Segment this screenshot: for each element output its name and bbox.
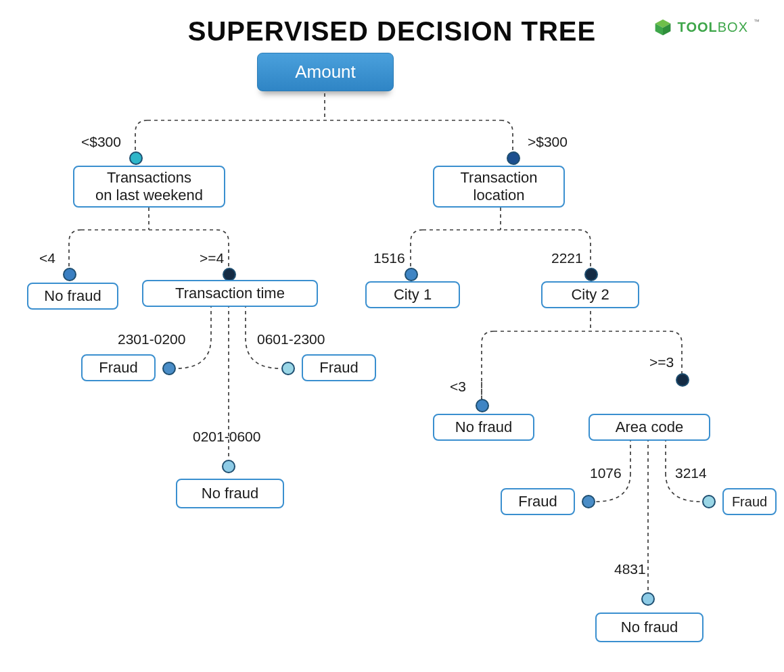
logo-text: TOOLBOX: [678, 20, 748, 35]
branch-dot: [582, 495, 595, 508]
node-fraud: Fraud: [302, 354, 376, 381]
branch-dot: [641, 592, 655, 606]
branch-dot: [129, 151, 143, 165]
logo-tm: ™: [754, 18, 760, 25]
edge-label: 4831: [614, 561, 646, 577]
edge-label: 1076: [590, 465, 622, 481]
branch-dot: [223, 268, 236, 281]
node-city1: City 1: [365, 281, 460, 308]
node-fraud: Fraud: [722, 488, 777, 515]
node-area-code: Area code: [589, 414, 710, 441]
node-no-fraud: No fraud: [595, 613, 704, 642]
branch-dot: [405, 268, 418, 281]
node-fraud: Fraud: [81, 354, 156, 381]
branch-dot: [162, 362, 176, 375]
edge-label: <$300: [81, 134, 121, 150]
node-root-amount: Amount: [257, 53, 394, 91]
node-transaction-time: Transaction time: [142, 280, 318, 307]
edge-label: 1516: [373, 250, 405, 266]
edge-label: 0201-0600: [193, 429, 260, 445]
branch-dot: [222, 460, 235, 473]
edge-label: 3214: [675, 465, 707, 481]
node-no-fraud: No fraud: [27, 283, 118, 310]
branch-dot: [584, 268, 598, 281]
toolbox-logo: TOOLBOX ™: [653, 18, 760, 37]
edge-label: 2301-0200: [118, 331, 185, 347]
node-fraud: Fraud: [501, 488, 575, 515]
node-no-fraud: No fraud: [176, 479, 284, 508]
cube-icon: [653, 18, 672, 37]
edge-label: >=3: [649, 354, 674, 370]
branch-dot: [507, 151, 520, 165]
edge-label: <3: [450, 379, 466, 395]
node-no-fraud: No fraud: [433, 414, 534, 441]
node-transaction-location: Transaction location: [433, 166, 565, 208]
branch-dot: [476, 399, 489, 412]
branch-dot: [702, 495, 716, 508]
edge-label: <4: [39, 250, 55, 266]
node-transactions-weekend: Transactions on last weekend: [73, 166, 225, 208]
edge-label: 2221: [551, 250, 583, 266]
edge-label: >=4: [200, 250, 224, 266]
branch-dot: [63, 268, 76, 281]
node-city2: City 2: [541, 281, 639, 308]
edge-label: >$300: [528, 134, 568, 150]
branch-dot: [676, 373, 689, 387]
branch-dot: [281, 362, 295, 375]
edge-label: 0601-2300: [257, 331, 325, 347]
